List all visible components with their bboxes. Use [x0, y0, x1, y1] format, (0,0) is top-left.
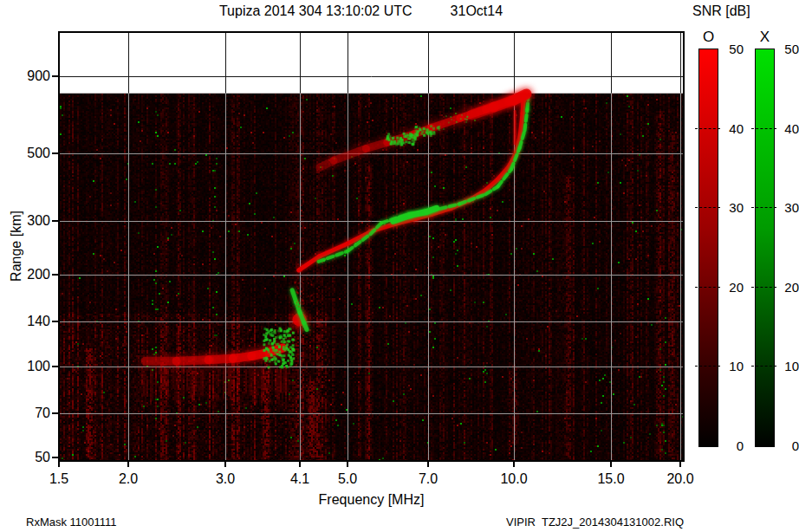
- x-tick-mark: [347, 462, 348, 467]
- x-tick-mark: [679, 462, 681, 467]
- x-colorbar-tick-dash: [751, 287, 776, 288]
- plot-title: Tupiza 2014 304 13:10:02 UTC 31Oct14: [48, 3, 674, 19]
- x-colorbar-tick-dash: [751, 366, 776, 367]
- x-axis-title: Frequency [MHz]: [58, 492, 685, 508]
- x-mode-colorbar: [755, 49, 775, 447]
- o-mode-colorbar: [698, 49, 718, 447]
- x-colorbar-tick-dash: [751, 128, 776, 129]
- x-tick-label: 10.0: [493, 472, 535, 486]
- ionogram-viewer: Tupiza 2014 304 13:10:02 UTC 31Oct14 SNR…: [0, 0, 799, 532]
- o-colorbar-tick-label: 20: [721, 281, 744, 294]
- y-tick-mark: [52, 274, 58, 276]
- o-colorbar-tick-label: 30: [721, 201, 744, 214]
- x-tick-mark: [58, 462, 60, 467]
- y-tick-label: 70: [14, 406, 50, 420]
- x-tick-label: 15.0: [590, 472, 632, 486]
- x-colorbar-tick-dash: [751, 207, 776, 208]
- x-tick-label: 5.0: [327, 472, 368, 486]
- o-colorbar-tick-dash: [695, 128, 720, 129]
- o-colorbar-tick-label: 40: [721, 122, 744, 135]
- data-file-label: VIPIR TZJ2J_2014304131002.RIQ: [506, 516, 684, 529]
- x-tick-mark: [127, 462, 129, 467]
- y-tick-mark: [52, 75, 58, 77]
- x-colorbar-tick-label: 0: [776, 439, 799, 452]
- y-tick-label: 500: [14, 146, 50, 160]
- y-tick-mark: [52, 412, 58, 414]
- x-colorbar-tick-label: 40: [776, 122, 799, 135]
- o-colorbar-tick-dash: [695, 207, 720, 208]
- y-tick-mark: [52, 366, 58, 367]
- o-colorbar-tick-label: 10: [721, 360, 744, 373]
- y-tick-label: 900: [14, 69, 50, 83]
- o-colorbar-tick-dash: [695, 366, 720, 367]
- x-tick-mark: [610, 462, 612, 467]
- x-tick-label: 3.0: [205, 472, 246, 486]
- o-colorbar-tick-dash: [695, 287, 720, 288]
- x-tick-mark: [427, 462, 429, 467]
- x-tick-label: 7.0: [407, 472, 449, 486]
- x-tick-label: 2.0: [107, 472, 149, 486]
- y-tick-label: 300: [14, 214, 50, 228]
- y-tick-label: 200: [14, 268, 50, 282]
- y-tick-mark: [52, 152, 58, 154]
- x-tick-label: 4.1: [279, 472, 321, 486]
- x-colorbar-tick-label: 30: [776, 201, 799, 214]
- x-mode-label: X: [755, 29, 775, 46]
- station-date-time: Tupiza 2014 304 13:10:02 UTC: [219, 3, 412, 19]
- x-tick-label: 20.0: [659, 472, 701, 486]
- colorbar-title: SNR [dB]: [692, 3, 750, 19]
- x-colorbar-tick-label: 50: [776, 42, 799, 55]
- x-colorbar-tick-label: 20: [776, 281, 799, 294]
- y-tick-mark: [52, 457, 58, 458]
- y-tick-label: 50: [14, 451, 50, 464]
- date-label: 31Oct14: [451, 3, 503, 19]
- x-tick-label: 1.5: [38, 472, 80, 486]
- y-tick-label: 100: [14, 360, 50, 373]
- x-tick-mark: [299, 462, 301, 467]
- x-tick-mark: [224, 462, 226, 467]
- o-mode-label: O: [698, 29, 718, 46]
- y-tick-mark: [52, 321, 58, 322]
- o-colorbar-tick-label: 0: [721, 439, 744, 452]
- x-colorbar-tick-label: 10: [776, 360, 799, 373]
- o-colorbar-tick-label: 50: [721, 42, 744, 55]
- y-tick-label: 140: [14, 315, 50, 328]
- ionogram-plot-canvas: [58, 31, 685, 462]
- x-tick-mark: [513, 462, 515, 467]
- rx-mask-label: RxMask 11001111: [26, 516, 117, 529]
- y-tick-mark: [52, 220, 58, 222]
